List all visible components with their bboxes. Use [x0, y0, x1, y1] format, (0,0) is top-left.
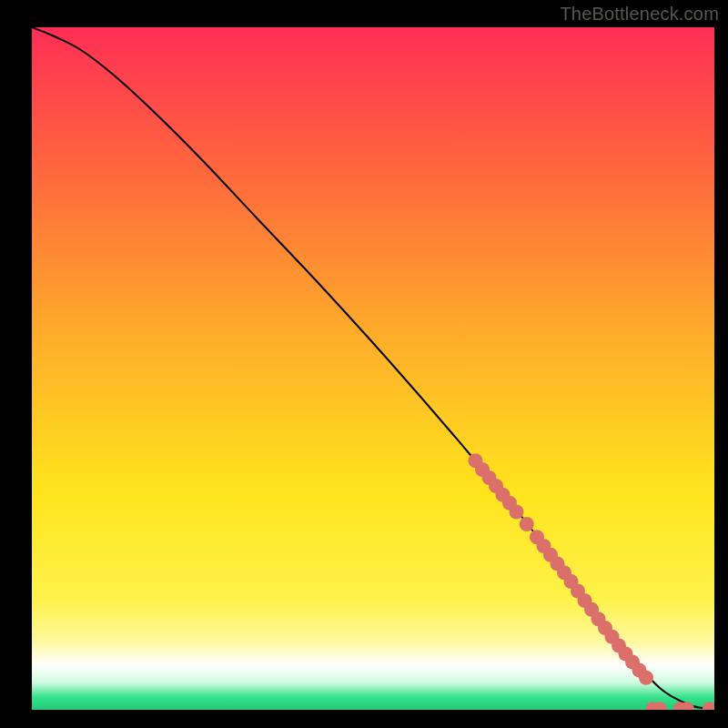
- data-marker: [639, 671, 653, 685]
- chart-svg: [32, 27, 714, 710]
- gradient-background: [32, 27, 714, 710]
- outer-frame: TheBottleneck.com: [0, 0, 728, 728]
- data-marker: [510, 505, 524, 520]
- chart-plot-area: [32, 27, 714, 710]
- data-marker: [520, 517, 534, 531]
- watermark-text: TheBottleneck.com: [560, 4, 719, 25]
